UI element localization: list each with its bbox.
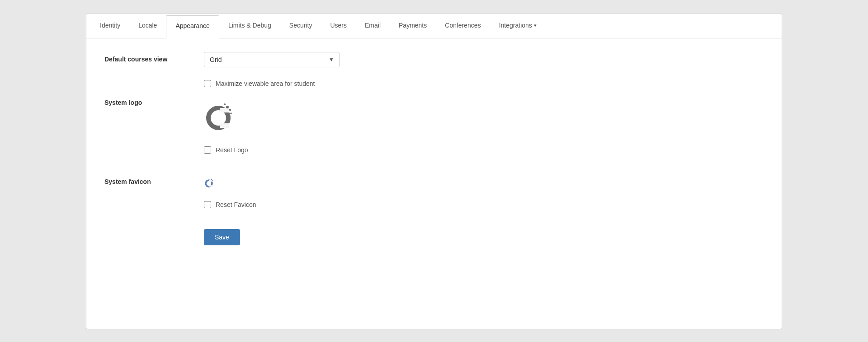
system-favicon-control: Reset Favicon — [204, 174, 764, 216]
reset-favicon-row: Reset Favicon — [204, 201, 764, 208]
system-favicon-image — [204, 177, 215, 188]
tab-locale[interactable]: Locale — [129, 14, 166, 38]
system-logo-label: System logo — [104, 95, 204, 106]
maximize-viewable-section: Maximize viewable area for student — [104, 80, 764, 87]
tab-payments[interactable]: Payments — [390, 14, 436, 38]
svg-point-11 — [212, 180, 213, 181]
reset-logo-checkbox[interactable] — [204, 146, 211, 154]
logo-image-area — [204, 95, 764, 137]
courses-view-select-wrapper: Grid List Tiles ▼ — [204, 52, 340, 67]
svg-rect-8 — [209, 180, 212, 182]
appearance-content: Default courses view Grid List Tiles ▼ M… — [86, 38, 782, 259]
tab-email[interactable]: Email — [356, 14, 390, 38]
system-logo-control: Reset Logo — [204, 95, 764, 162]
system-favicon-label: System favicon — [104, 174, 204, 185]
tabs-nav: Identity Locale Appearance Limits & Debu… — [86, 14, 782, 38]
save-section: Save — [104, 229, 764, 245]
tab-appearance[interactable]: Appearance — [166, 15, 219, 38]
reset-logo-row: Reset Logo — [204, 146, 764, 154]
svg-rect-9 — [209, 185, 212, 187]
chevron-down-icon: ▾ — [534, 23, 537, 28]
default-courses-view-control: Grid List Tiles ▼ — [204, 52, 764, 67]
svg-point-6 — [224, 103, 226, 105]
svg-rect-1 — [220, 108, 229, 112]
default-courses-view-label: Default courses view — [104, 52, 204, 63]
svg-point-3 — [226, 106, 229, 108]
system-logo-image — [204, 100, 236, 131]
tab-limits-debug[interactable]: Limits & Debug — [219, 14, 280, 38]
reset-favicon-label[interactable]: Reset Favicon — [216, 201, 256, 208]
tab-security[interactable]: Security — [280, 14, 321, 38]
maximize-viewable-checkbox[interactable] — [204, 80, 211, 87]
system-logo-row: System logo — [104, 95, 764, 162]
default-courses-view-row: Default courses view Grid List Tiles ▼ — [104, 52, 764, 67]
svg-point-5 — [230, 112, 232, 114]
favicon-image-area — [204, 174, 764, 192]
tab-integrations[interactable]: Integrations ▾ — [490, 14, 546, 38]
tab-identity[interactable]: Identity — [91, 14, 129, 38]
svg-rect-2 — [220, 123, 229, 128]
svg-point-4 — [229, 108, 231, 110]
tab-conferences[interactable]: Conferences — [436, 14, 490, 38]
reset-favicon-checkbox[interactable] — [204, 201, 211, 208]
courses-view-select[interactable]: Grid List Tiles — [204, 52, 340, 67]
system-favicon-row: System favicon Reset Favico — [104, 174, 764, 216]
save-button[interactable]: Save — [204, 229, 240, 245]
maximize-viewable-label[interactable]: Maximize viewable area for student — [216, 80, 315, 87]
svg-point-10 — [211, 179, 212, 180]
tab-users[interactable]: Users — [321, 14, 356, 38]
reset-logo-label[interactable]: Reset Logo — [216, 146, 248, 154]
maximize-viewable-row: Maximize viewable area for student — [204, 80, 764, 87]
settings-card: Identity Locale Appearance Limits & Debu… — [86, 13, 782, 329]
